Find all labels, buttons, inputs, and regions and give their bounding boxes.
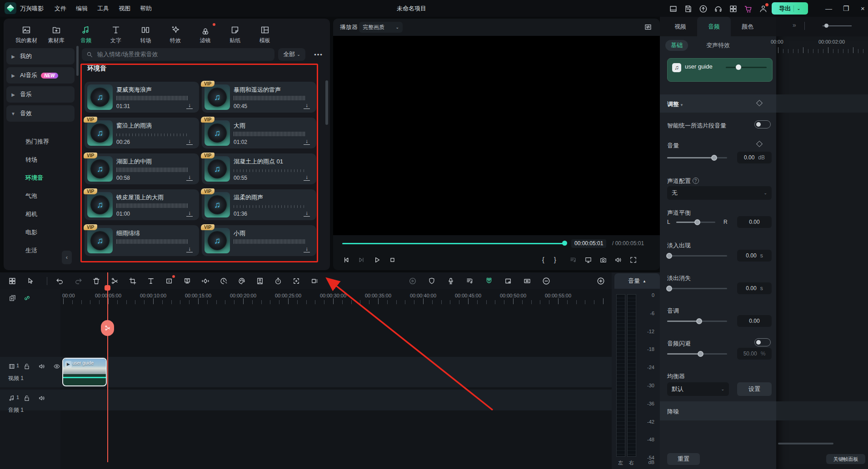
selected-clip-chip[interactable]: ♫user guide	[667, 58, 773, 82]
lock-icon[interactable]	[22, 394, 31, 403]
speaker-icon[interactable]	[37, 394, 46, 403]
lock-icon[interactable]	[22, 362, 31, 371]
menu-视图[interactable]: 视图	[119, 0, 130, 17]
user-avatar-icon[interactable]	[757, 3, 769, 15]
auto-ripple-icon[interactable]	[522, 276, 533, 286]
keyframe-nav-icon[interactable]	[200, 276, 211, 286]
audio-track-row[interactable]	[0, 390, 612, 410]
snapshot-icon[interactable]	[598, 254, 609, 265]
speaker-icon[interactable]	[37, 362, 46, 371]
sidebar-item-AI音乐[interactable]: ▶AI音乐NEW	[6, 67, 75, 84]
video-preview[interactable]	[333, 36, 660, 235]
cart-icon[interactable]	[742, 3, 754, 15]
download-icon[interactable]: ↓	[186, 246, 193, 252]
close-button[interactable]: ×	[861, 0, 865, 17]
color-icon[interactable]	[236, 276, 247, 286]
adjust-header[interactable]: 调整 ▾	[667, 100, 683, 109]
audio-card[interactable]: ♫VIP小雨↓	[202, 225, 316, 256]
fade-in-slider-track[interactable]	[667, 255, 727, 257]
tab-贴纸[interactable]: 贴纸	[220, 22, 249, 49]
mute-icon[interactable]	[613, 254, 624, 265]
download-icon[interactable]: ↓	[304, 138, 310, 145]
upload-icon[interactable]	[697, 3, 709, 15]
fade-in-slider-handle[interactable]	[666, 253, 672, 259]
track-manage-icon[interactable]	[7, 276, 18, 286]
menu-编辑[interactable]: 编辑	[76, 0, 88, 17]
download-icon[interactable]: ↓	[186, 174, 193, 181]
previous-frame-button[interactable]	[340, 254, 351, 265]
headset-icon[interactable]	[712, 3, 724, 15]
crop-icon[interactable]	[127, 276, 138, 286]
record-voiceover-icon[interactable]	[445, 276, 456, 286]
stop-button[interactable]	[387, 254, 398, 265]
playhead-line[interactable]	[107, 272, 108, 462]
download-icon[interactable]: ↓	[304, 174, 310, 181]
channel-config-dropdown[interactable]: 无⌄	[667, 186, 772, 200]
tab-特效[interactable]: 特效	[161, 22, 190, 49]
sidebar-item-电影[interactable]: 电影	[25, 228, 37, 237]
duration-icon[interactable]	[273, 276, 284, 286]
mini-monitor-icon[interactable]	[583, 254, 594, 265]
minimize-button[interactable]: —	[825, 0, 832, 17]
fade-out-slider-track[interactable]	[667, 288, 727, 289]
undo-icon[interactable]	[55, 276, 65, 286]
kf-zoom-in-icon[interactable]	[854, 21, 863, 30]
mark-in-brace[interactable]: {	[542, 254, 544, 265]
speed-icon[interactable]	[218, 276, 229, 286]
ducking-slider-handle[interactable]	[698, 351, 703, 357]
sidebar-item-音效[interactable]: ▼音效	[6, 105, 75, 122]
audio-card[interactable]: ♫VIP铁皮屋顶上的大雨01:00↓	[85, 189, 199, 220]
grid-apps-icon[interactable]	[727, 3, 739, 15]
auto-snap-icon[interactable]	[484, 276, 494, 286]
playhead-handle[interactable]	[105, 285, 110, 291]
fade-out-valbox[interactable]: 0.00s	[737, 282, 772, 294]
select-tool-icon[interactable]	[25, 276, 36, 286]
save-icon[interactable]	[682, 3, 694, 15]
fade-out-slider-handle[interactable]	[666, 286, 672, 291]
balance-handle[interactable]	[694, 219, 700, 225]
tab-滤镜[interactable]: 滤镜	[191, 22, 220, 49]
sidebar-item-气泡[interactable]: 气泡	[25, 192, 37, 201]
subtab-基础[interactable]: 基础	[665, 40, 688, 51]
auto-reframe-icon[interactable]	[291, 276, 302, 286]
preview-render-icon[interactable]	[503, 276, 514, 286]
fullscreen-icon[interactable]	[628, 254, 639, 265]
filter-dropdown[interactable]: 全部⌄	[278, 48, 305, 61]
audio-card[interactable]: ♫VIP大雨01:02↓	[202, 118, 316, 148]
ducking-toggle[interactable]	[754, 338, 771, 346]
pitch-slider-handle[interactable]	[696, 318, 702, 324]
sidebar-item-环境音[interactable]: 环境音	[25, 173, 43, 183]
audio-card[interactable]: ♫VIP窗沿上的雨滴00:26↓	[85, 118, 199, 148]
clip-volume-handle[interactable]	[736, 64, 741, 70]
eq-settings-button[interactable]: 设置	[737, 382, 772, 396]
kf-zoom-out-icon[interactable]	[811, 21, 820, 30]
quality-dropdown[interactable]: 完整画质⌄	[359, 22, 403, 33]
mark-icon[interactable]	[426, 276, 437, 286]
fade-in-valbox[interactable]: 0.00s	[737, 250, 772, 262]
play-button[interactable]	[371, 254, 382, 265]
audio-card[interactable]: ♫VIP暴雨和遥远的雷声00:45↓	[202, 82, 316, 113]
download-icon[interactable]: ↓	[304, 246, 310, 252]
properties-tab-音频[interactable]: 音频	[708, 17, 720, 36]
mark-out-brace[interactable]: }	[554, 254, 556, 265]
kf-horizontal-scrollbar[interactable]	[778, 443, 833, 444]
menu-工具[interactable]: 工具	[97, 0, 109, 17]
snap-options-icon[interactable]	[568, 254, 579, 265]
balance-valbox[interactable]: 0.00	[737, 216, 772, 228]
play-to-next-button[interactable]	[356, 254, 367, 265]
ducking-valbox[interactable]: 50.00%	[737, 348, 772, 360]
download-icon[interactable]: ↓	[304, 103, 310, 109]
sidebar-item-我的[interactable]: ▶我的	[6, 48, 75, 64]
pitch-valbox[interactable]: 0.00	[737, 315, 772, 327]
render-preview-play-icon[interactable]	[407, 276, 418, 286]
tab-素材库[interactable]: 素材库	[42, 22, 71, 49]
mask-icon[interactable]	[164, 276, 175, 286]
chroma-key-icon[interactable]	[254, 276, 265, 286]
link-clips-icon[interactable]	[22, 293, 32, 303]
split-icon[interactable]	[109, 276, 120, 286]
redo-icon[interactable]	[73, 276, 84, 286]
search-input[interactable]: 输入情绪/场景搜索音效	[82, 48, 274, 61]
maximize-button[interactable]: ❐	[843, 0, 849, 17]
export-button[interactable]: 导出 ⌄	[772, 2, 808, 15]
panel-icon[interactable]	[667, 3, 679, 15]
